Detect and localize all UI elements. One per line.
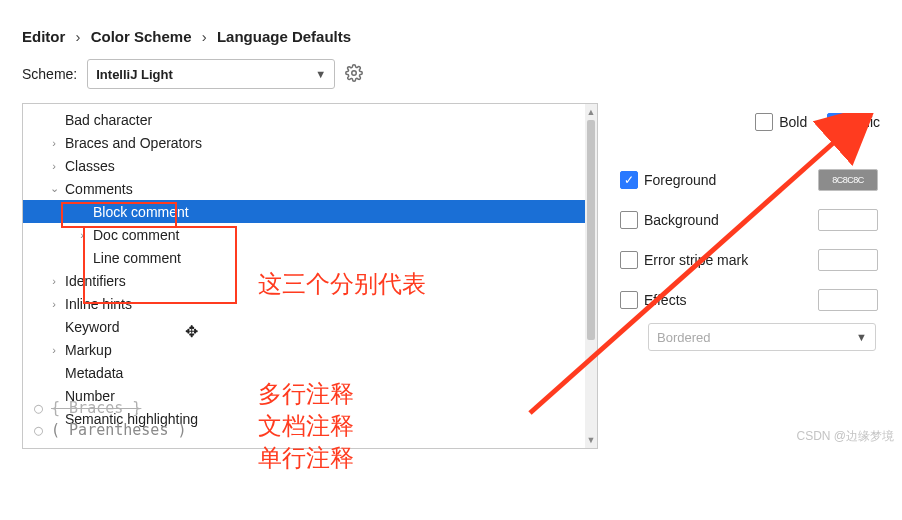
tree-item[interactable]: ⌄Comments <box>23 177 597 200</box>
annotation-text: 这三个分别代表 <box>258 268 426 300</box>
annotation-a2: 文档注释 <box>258 410 354 442</box>
scheme-value: IntelliJ Light <box>96 67 173 82</box>
tree-item-label: Metadata <box>65 365 123 381</box>
effects-type-dropdown[interactable]: Bordered ▼ <box>648 323 876 351</box>
tree-item-label: Markup <box>65 342 112 358</box>
effects-swatch[interactable] <box>818 289 878 311</box>
breadcrumb: Editor › Color Scheme › Language Default… <box>22 28 880 45</box>
scroll-thumb[interactable] <box>587 120 595 340</box>
scheme-label: Scheme: <box>22 66 77 82</box>
tree-item-label: Bad character <box>65 112 152 128</box>
scheme-dropdown[interactable]: IntelliJ Light ▼ <box>87 59 335 89</box>
tree-item-label: Classes <box>65 158 115 174</box>
tree-item-label: Keyword <box>65 319 119 335</box>
chevron-right-icon[interactable]: › <box>75 229 89 241</box>
gear-icon[interactable] <box>345 64 363 85</box>
scrollbar[interactable]: ▲ ▼ <box>585 104 597 448</box>
annotation-a3: 单行注释 <box>258 442 354 474</box>
tree-item-label: Inline hints <box>65 296 132 312</box>
background-label: Background <box>644 212 719 228</box>
crumb-sep-icon: › <box>76 28 81 45</box>
tree-item-label: Identifiers <box>65 273 126 289</box>
scroll-up-icon[interactable]: ▲ <box>587 107 596 117</box>
tree-item[interactable]: Keyword <box>23 315 597 338</box>
tree-item[interactable]: ›Doc comment <box>23 223 597 246</box>
foreground-checkbox[interactable]: ✓ <box>620 171 638 189</box>
crumb-language-defaults[interactable]: Language Defaults <box>217 28 351 45</box>
crumb-sep-icon: › <box>202 28 207 45</box>
preview-parentheses: ( Parentheses ) <box>51 421 186 439</box>
background-swatch[interactable] <box>818 209 878 231</box>
preview-snippet: ○{ Braces } ○( Parentheses ) <box>34 397 187 441</box>
tree-item[interactable]: Bad character <box>23 108 597 131</box>
chevron-down-icon[interactable]: ⌄ <box>47 182 61 195</box>
crumb-color-scheme[interactable]: Color Scheme <box>91 28 192 45</box>
foreground-swatch[interactable]: 8C8C8C <box>818 169 878 191</box>
svg-point-0 <box>352 70 357 75</box>
tree-item-label: Line comment <box>93 250 181 266</box>
bold-checkbox[interactable] <box>755 113 773 131</box>
chevron-right-icon[interactable]: › <box>47 344 61 356</box>
effects-checkbox[interactable] <box>620 291 638 309</box>
watermark: CSDN @边缘梦境 <box>796 428 894 445</box>
tree-item-label: Block comment <box>93 204 189 220</box>
background-checkbox[interactable] <box>620 211 638 229</box>
italic-checkbox[interactable]: ✓ <box>827 113 845 131</box>
settings-page: Editor › Color Scheme › Language Default… <box>0 0 902 449</box>
chevron-down-icon: ▼ <box>856 331 867 343</box>
chevron-down-icon: ▼ <box>315 68 326 80</box>
italic-label: Italic <box>851 114 880 130</box>
crumb-editor[interactable]: Editor <box>22 28 65 45</box>
effects-label: Effects <box>644 292 687 308</box>
tree-item[interactable]: Line comment <box>23 246 597 269</box>
chevron-right-icon[interactable]: › <box>47 298 61 310</box>
effects-type-value: Bordered <box>657 330 710 345</box>
error-stripe-checkbox[interactable] <box>620 251 638 269</box>
tree-item-label: Braces and Operators <box>65 135 202 151</box>
foreground-label: Foreground <box>644 172 716 188</box>
tree-item-label: Comments <box>65 181 133 197</box>
style-options-panel: Bold ✓ Italic ✓ Foreground 8C8C8C Backgr… <box>620 103 880 449</box>
scroll-down-icon[interactable]: ▼ <box>587 435 596 445</box>
chevron-right-icon[interactable]: › <box>47 160 61 172</box>
tree-item[interactable]: ›Braces and Operators <box>23 131 597 154</box>
error-stripe-swatch[interactable] <box>818 249 878 271</box>
chevron-right-icon[interactable]: › <box>47 137 61 149</box>
chevron-right-icon[interactable]: › <box>47 275 61 287</box>
bold-label: Bold <box>779 114 807 130</box>
tree-item-label: Doc comment <box>93 227 179 243</box>
annotation-a1: 多行注释 <box>258 378 354 410</box>
error-stripe-label: Error stripe mark <box>644 252 748 268</box>
tree-item[interactable]: ›Markup <box>23 338 597 361</box>
tree-item[interactable]: ›Classes <box>23 154 597 177</box>
tree-item[interactable]: Block comment <box>23 200 597 223</box>
